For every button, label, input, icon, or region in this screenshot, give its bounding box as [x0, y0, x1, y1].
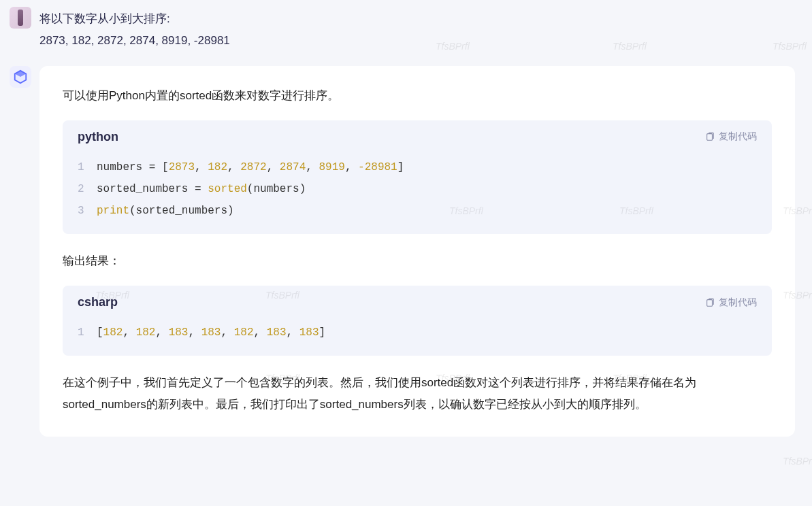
code-line: 1numbers = [2873, 182, 2872, 2874, 8919,… [78, 156, 757, 178]
user-line1: 将以下数字从小到大排序: [39, 8, 230, 30]
line-number: 3 [78, 200, 97, 222]
code-header: csharp 复制代码 [63, 286, 772, 318]
code-lang: python [78, 130, 118, 144]
line-number: 1 [78, 322, 97, 343]
copy-icon [705, 132, 715, 141]
copy-label: 复制代码 [719, 131, 757, 143]
code-body[interactable]: 1numbers = [2873, 182, 2872, 2874, 8919,… [63, 152, 772, 234]
copy-label: 复制代码 [719, 297, 757, 309]
mid-text: 输出结果： [63, 250, 772, 272]
line-number: 2 [78, 178, 97, 200]
code-line: 2sorted_numbers = sorted(numbers) [78, 178, 757, 200]
code-block-python: python 复制代码 1numbers = [2873, 182, 2872,… [63, 120, 772, 234]
intro-text: 可以使用Python内置的sorted函数来对数字进行排序。 [63, 85, 772, 107]
user-message: 将以下数字从小到大排序: 2873, 182, 2872, 2874, 8919… [7, 7, 805, 52]
copy-button[interactable]: 复制代码 [705, 131, 757, 143]
code-body[interactable]: 1[182, 182, 183, 183, 182, 183, 183] [63, 318, 772, 356]
ai-avatar-icon [10, 66, 31, 88]
line-number: 1 [78, 156, 97, 178]
watermark: TfsBPrfl [783, 456, 812, 467]
copy-icon [705, 298, 715, 307]
user-line2: 2873, 182, 2872, 2874, 8919, -28981 [39, 30, 230, 52]
code-line: 3print(sorted_numbers) [78, 200, 757, 222]
ai-message: 可以使用Python内置的sorted函数来对数字进行排序。 python 复制… [7, 66, 805, 437]
user-avatar [10, 7, 31, 29]
copy-button[interactable]: 复制代码 [705, 297, 757, 309]
svg-rect-0 [707, 134, 713, 141]
user-text: 将以下数字从小到大排序: 2873, 182, 2872, 2874, 8919… [39, 7, 230, 52]
ai-card: 可以使用Python内置的sorted函数来对数字进行排序。 python 复制… [39, 66, 795, 437]
svg-rect-1 [707, 299, 713, 306]
code-block-csharp: csharp 复制代码 1[182, 182, 183, 183, 182, 1… [63, 286, 772, 356]
outro-text: 在这个例子中，我们首先定义了一个包含数字的列表。然后，我们使用sorted函数对… [63, 372, 772, 416]
code-lang: csharp [78, 295, 118, 309]
code-header: python 复制代码 [63, 120, 772, 152]
code-line: 1[182, 182, 183, 183, 182, 183, 183] [78, 322, 757, 343]
